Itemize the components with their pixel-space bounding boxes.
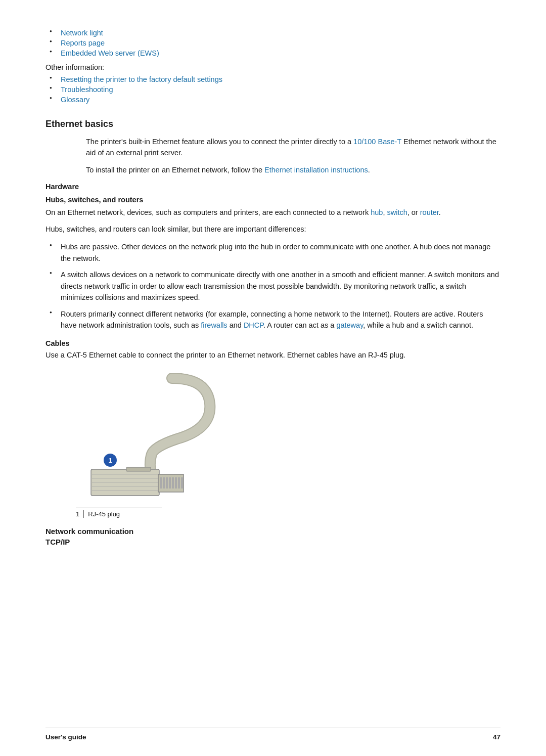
tcp-ip-heading: TCP/IP xyxy=(46,538,500,546)
page-container: Network light Reports page Embedded Web … xyxy=(0,0,546,587)
diagram-label-text: RJ-45 plug xyxy=(88,510,120,518)
rj45-diagram: 1 xyxy=(76,373,217,505)
hubs-para1: On an Ethernet network, devices, such as… xyxy=(46,207,500,218)
dhcp-link[interactable]: DHCP xyxy=(244,321,263,329)
reset-link[interactable]: Resetting the printer to the factory def… xyxy=(61,75,222,83)
footer: User's guide 47 xyxy=(0,733,546,741)
footer-left: User's guide xyxy=(46,733,86,741)
ethernet-para2-text1: To install the printer on an Ethernet ne… xyxy=(86,166,264,174)
other-info-list: Resetting the printer to the factory def… xyxy=(46,74,500,105)
hubs-para1-text1: On an Ethernet network, devices, such as… xyxy=(46,208,371,216)
switch-item-text: A switch allows devices on a network to … xyxy=(61,271,499,301)
hub-link[interactable]: hub xyxy=(371,208,383,216)
network-light-link[interactable]: Network light xyxy=(61,29,103,37)
list-item-hubs: Hubs are passive. Other devices on the n… xyxy=(46,240,500,265)
diagram-container: 1 1 RJ-45 plug xyxy=(76,373,500,518)
list-item-network-light: Network light xyxy=(46,28,500,38)
ethernet-para1-text1: The printer's built-in Ethernet feature … xyxy=(86,138,353,146)
list-item-routers: Routers primarily connect different netw… xyxy=(46,307,500,333)
svg-rect-2 xyxy=(160,477,162,488)
diagram-label-row: 1 RJ-45 plug xyxy=(76,508,162,518)
switch-link[interactable]: switch xyxy=(387,208,407,216)
hubs-list: Hubs are passive. Other devices on the n… xyxy=(46,240,500,332)
list-item-switch: A switch allows devices on a network to … xyxy=(46,268,500,304)
list-item-reports-page: Reports page xyxy=(46,38,500,48)
routers-text-end: , while a hub and a switch cannot. xyxy=(363,321,473,329)
gateway-link[interactable]: gateway xyxy=(336,321,363,329)
footer-divider xyxy=(46,728,500,728)
list-item-ews: Embedded Web server (EWS) xyxy=(46,48,500,58)
hubs-heading: Hubs, switches, and routers xyxy=(46,196,500,204)
top-bullet-list: Network light Reports page Embedded Web … xyxy=(46,28,500,58)
cables-text: Use a CAT-5 Ethernet cable to connect th… xyxy=(46,349,500,361)
routers-text-middle: and xyxy=(228,321,244,329)
ethernet-basics-heading: Ethernet basics xyxy=(46,119,500,129)
routers-text-after: . A router can act as a xyxy=(263,321,336,329)
diagram-num: 1 xyxy=(76,510,84,518)
ethernet-para1: The printer's built-in Ethernet feature … xyxy=(46,137,500,159)
svg-rect-4 xyxy=(166,477,168,488)
hubs-text3: , or xyxy=(407,208,420,216)
list-item-reset: Resetting the printer to the factory def… xyxy=(46,74,500,84)
ethernet-install-link[interactable]: Ethernet installation instructions xyxy=(264,166,368,174)
hubs-item-text: Hubs are passive. Other devices on the n… xyxy=(61,243,490,262)
router-link[interactable]: router xyxy=(420,208,439,216)
svg-rect-6 xyxy=(172,477,174,488)
firewalls-link[interactable]: firewalls xyxy=(201,321,227,329)
troubleshooting-link[interactable]: Troubleshooting xyxy=(61,85,113,94)
svg-rect-7 xyxy=(175,477,177,488)
svg-rect-9 xyxy=(181,477,183,488)
other-info-label: Other information: xyxy=(46,63,500,71)
cables-heading: Cables xyxy=(46,339,500,347)
list-item-troubleshooting: Troubleshooting xyxy=(46,84,500,95)
hubs-para2: Hubs, switches, and routers can look sim… xyxy=(46,224,500,235)
svg-text:1: 1 xyxy=(108,457,112,464)
cable-svg: 1 xyxy=(76,373,217,505)
svg-rect-10 xyxy=(126,467,151,471)
network-comm-heading: Network communication xyxy=(46,527,500,536)
svg-rect-5 xyxy=(169,477,171,488)
svg-rect-8 xyxy=(178,477,180,488)
reports-page-link[interactable]: Reports page xyxy=(61,39,105,47)
list-item-glossary: Glossary xyxy=(46,95,500,105)
ethernet-para2-text2: . xyxy=(368,166,370,174)
svg-rect-3 xyxy=(163,477,165,488)
hubs-text4: . xyxy=(439,208,441,216)
hardware-heading: Hardware xyxy=(46,183,500,191)
ethernet-para2: To install the printer on an Ethernet ne… xyxy=(46,165,500,176)
glossary-link[interactable]: Glossary xyxy=(61,96,89,104)
cables-section: Cables Use a CAT-5 Ethernet cable to con… xyxy=(46,339,500,361)
base-t-link[interactable]: 10/100 Base-T xyxy=(353,138,401,146)
footer-right: 47 xyxy=(493,733,500,741)
ews-link[interactable]: Embedded Web server (EWS) xyxy=(61,49,159,57)
